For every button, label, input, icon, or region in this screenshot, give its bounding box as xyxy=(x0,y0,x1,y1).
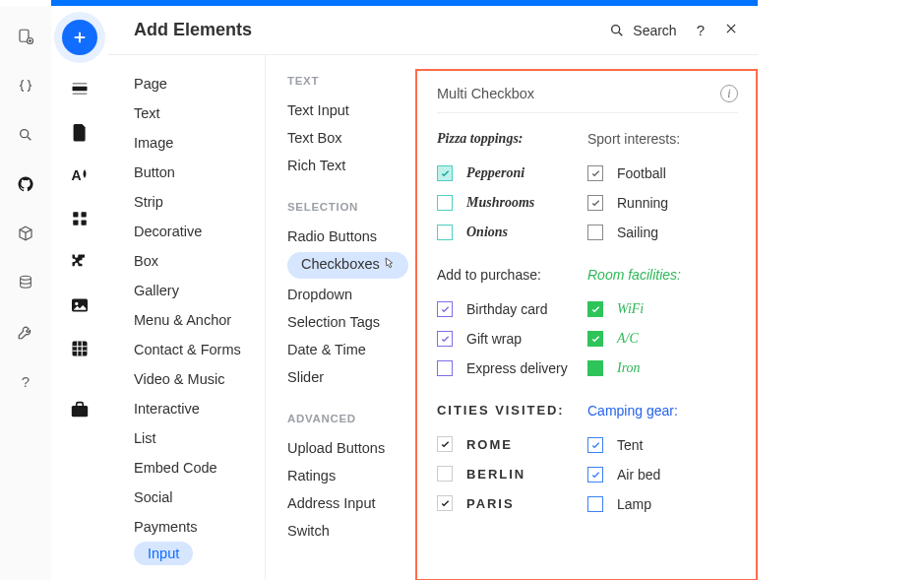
option-label: Air bed xyxy=(617,467,660,483)
checkbox-group-sport[interactable]: Sport interests: Football Running Sailin… xyxy=(587,131,738,247)
checkbox[interactable] xyxy=(587,496,603,512)
info-icon[interactable]: i xyxy=(720,85,738,102)
sub-rich-text[interactable]: Rich Text xyxy=(287,152,415,179)
cat-button[interactable]: Button xyxy=(134,158,265,187)
puzzle-icon[interactable] xyxy=(70,252,90,272)
github-icon[interactable] xyxy=(17,175,34,193)
checkbox[interactable] xyxy=(587,195,603,211)
wrench-icon[interactable] xyxy=(17,323,34,341)
svg-point-15 xyxy=(612,25,620,32)
checkbox[interactable] xyxy=(437,331,453,347)
checkbox[interactable] xyxy=(437,301,453,317)
sub-categories-column: TEXT Text Input Text Box Rich Text SELEC… xyxy=(266,55,415,580)
sub-radio-buttons[interactable]: Radio Buttons xyxy=(287,223,415,250)
briefcase-icon[interactable] xyxy=(70,400,90,419)
cat-page[interactable]: Page xyxy=(134,69,265,98)
database-icon[interactable] xyxy=(17,274,34,291)
search-label: Search xyxy=(633,23,676,38)
cat-gallery[interactable]: Gallery xyxy=(134,276,265,305)
cat-interactive[interactable]: Interactive xyxy=(134,394,265,423)
braces-icon[interactable] xyxy=(17,77,34,95)
apps-icon[interactable] xyxy=(70,209,90,228)
package-icon[interactable] xyxy=(17,225,34,242)
search-icon[interactable] xyxy=(17,126,34,144)
help-icon[interactable]: ? xyxy=(697,22,705,38)
option-label: Lamp xyxy=(617,496,651,512)
sub-text-input[interactable]: Text Input xyxy=(287,97,415,124)
text-theme-icon[interactable]: A xyxy=(70,165,90,185)
checkbox[interactable] xyxy=(437,165,453,181)
option-label: Berlin xyxy=(466,467,525,482)
cat-box[interactable]: Box xyxy=(134,246,265,276)
sub-ratings[interactable]: Ratings xyxy=(287,462,415,489)
checkbox[interactable] xyxy=(437,225,453,240)
checkbox[interactable] xyxy=(587,360,603,376)
checkbox[interactable] xyxy=(587,437,603,453)
cat-image[interactable]: Image xyxy=(134,128,265,158)
checkbox[interactable] xyxy=(587,331,603,347)
checkbox-group-purchase[interactable]: Add to purchase: Birthday card Gift wrap… xyxy=(437,267,587,383)
database-page-icon[interactable] xyxy=(17,28,34,45)
option-label: WiFi xyxy=(617,301,644,317)
option-label: Pepperoni xyxy=(466,165,524,181)
cat-strip[interactable]: Strip xyxy=(134,187,265,217)
cat-payments[interactable]: Payments xyxy=(134,512,265,542)
svg-rect-7 xyxy=(73,212,78,217)
panel-header: Add Elements Search ? xyxy=(108,6,758,55)
group-title: Sport interests: xyxy=(587,131,738,147)
sub-address-input[interactable]: Address Input xyxy=(287,489,415,517)
cat-social[interactable]: Social xyxy=(134,483,265,512)
checkbox[interactable] xyxy=(587,165,603,181)
group-title: Pizza toppings: xyxy=(437,131,587,147)
sub-text-box[interactable]: Text Box xyxy=(287,124,415,152)
search-button[interactable]: Search xyxy=(609,23,676,38)
cat-decorative[interactable]: Decorative xyxy=(134,217,265,246)
editor-rail: A xyxy=(51,6,108,580)
sub-checkboxes[interactable]: Checkboxes xyxy=(287,252,408,279)
grid-icon[interactable] xyxy=(70,339,90,358)
cat-text[interactable]: Text xyxy=(134,98,265,128)
section-heading-selection: SELECTION xyxy=(287,201,415,213)
option-label: Tent xyxy=(617,437,643,453)
checkbox[interactable] xyxy=(587,467,603,483)
section-icon[interactable] xyxy=(70,79,90,98)
checkbox-group-camping[interactable]: Camping gear: Tent Air bed Lamp xyxy=(587,403,738,519)
pointer-cursor-icon xyxy=(382,257,395,275)
cat-embed-code[interactable]: Embed Code xyxy=(134,453,265,483)
help-icon[interactable]: ? xyxy=(17,372,34,390)
sub-slider[interactable]: Slider xyxy=(287,363,415,391)
sub-dropdown[interactable]: Dropdown xyxy=(287,281,415,308)
svg-rect-5 xyxy=(73,83,88,85)
sub-upload-buttons[interactable]: Upload Buttons xyxy=(287,434,415,462)
close-icon[interactable] xyxy=(724,22,738,38)
checkbox[interactable] xyxy=(587,301,603,317)
checkbox[interactable] xyxy=(587,225,603,240)
sub-selection-tags[interactable]: Selection Tags xyxy=(287,308,415,336)
checkbox[interactable] xyxy=(437,360,453,376)
page-icon[interactable] xyxy=(70,122,90,142)
svg-rect-10 xyxy=(82,221,87,226)
cat-video-music[interactable]: Video & Music xyxy=(134,364,265,394)
cat-menu-anchor[interactable]: Menu & Anchor xyxy=(134,305,265,335)
checkbox[interactable] xyxy=(437,495,453,511)
sub-date-time[interactable]: Date & Time xyxy=(287,336,415,363)
section-heading-text: TEXT xyxy=(287,75,415,87)
image-icon[interactable] xyxy=(70,295,90,315)
checkbox[interactable] xyxy=(437,195,453,211)
checkbox[interactable] xyxy=(437,466,453,482)
checkbox-group-room[interactable]: Room facilities: WiFi A/C Iron xyxy=(587,267,738,383)
cat-input[interactable]: Input xyxy=(134,542,193,565)
sub-switch[interactable]: Switch xyxy=(287,517,415,545)
checkbox[interactable] xyxy=(437,436,453,452)
cat-contact-forms[interactable]: Contact & Forms xyxy=(134,335,265,364)
checkbox-group-pizza[interactable]: Pizza toppings: Pepperoni Mushrooms Onio… xyxy=(437,131,587,247)
svg-point-12 xyxy=(75,302,78,305)
cat-list[interactable]: List xyxy=(134,423,265,453)
svg-rect-14 xyxy=(72,406,88,417)
option-label: Paris xyxy=(466,496,515,511)
categories-column: Page Text Image Button Strip Decorative … xyxy=(108,55,266,580)
option-label: Mushrooms xyxy=(466,195,534,211)
add-button[interactable] xyxy=(62,20,97,55)
checkbox-group-cities[interactable]: Cities visited: Rome Berlin Paris xyxy=(437,403,587,519)
option-label: Express delivery xyxy=(466,360,568,376)
